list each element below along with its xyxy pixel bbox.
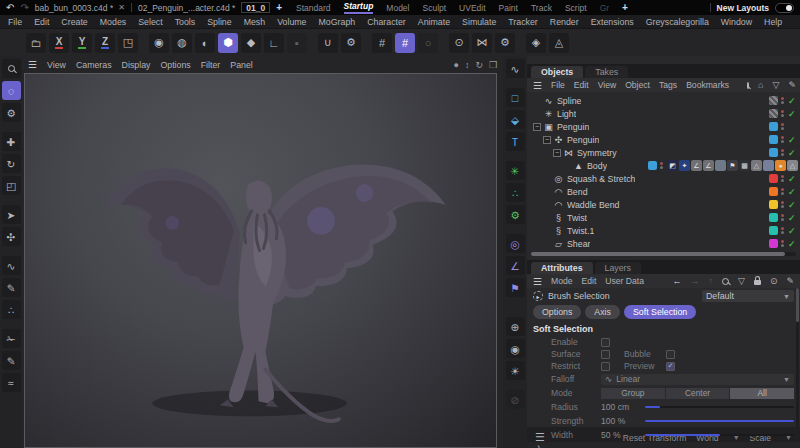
menu-volume[interactable]: Volume (277, 17, 306, 27)
surface-checkbox[interactable] (601, 350, 610, 359)
scale-tool[interactable]: ◰ (2, 176, 21, 195)
menu-spline[interactable]: Spline (207, 17, 231, 27)
layer-color-box[interactable] (769, 200, 778, 209)
table-row[interactable]: ◎Squash & Stretch✓ (529, 172, 800, 185)
enabled-check-icon[interactable]: ✓ (788, 109, 800, 119)
menu-mesh[interactable]: Mesh (244, 17, 266, 27)
enable-dots[interactable] (781, 240, 784, 247)
sculpt-pen-tool[interactable]: ✎ (2, 351, 21, 370)
layout-tab-paint[interactable]: Paint (499, 3, 518, 13)
menu-mograph[interactable]: MoGraph (319, 17, 356, 27)
vp-pan-icon[interactable]: ↕ (465, 60, 470, 70)
capsule-c-button[interactable]: ◈ (526, 33, 546, 53)
width-slider[interactable] (645, 434, 794, 436)
edge-mode-button[interactable]: ◍ (172, 33, 192, 53)
axis-z-button[interactable]: Z (95, 33, 115, 53)
object-tag-icon[interactable]: ⚑ (727, 160, 738, 171)
objects-menu-icon[interactable]: ☰ (533, 80, 542, 91)
frame-field[interactable]: 01_0 (241, 2, 270, 13)
layout-tab-track[interactable]: Track (531, 3, 552, 13)
expand-icon[interactable]: − (553, 149, 561, 157)
enable-dots[interactable] (781, 136, 784, 143)
vp-orbit-icon[interactable]: ↻ (475, 60, 483, 70)
knife-tool[interactable]: ✁ (2, 329, 21, 348)
menu-extensions[interactable]: Extensions (591, 17, 634, 27)
mode-all-button[interactable]: All (730, 388, 794, 399)
layer-color-box[interactable] (769, 239, 778, 248)
layer-color-box[interactable] (769, 109, 778, 118)
axis-y-button[interactable]: Y (72, 33, 92, 53)
document-tab-1[interactable]: bab_bun_0003.c4d * ✕ (35, 3, 125, 13)
close-icon[interactable]: ✕ (118, 3, 125, 12)
gui-layout-icon[interactable]: 🗀 (26, 33, 46, 53)
rotate-tool[interactable]: ↻ (2, 154, 21, 173)
move-tool[interactable]: ✚ (2, 132, 21, 151)
layout-tab-standard[interactable]: Standard (296, 3, 331, 13)
up-arrow-icon[interactable]: ↑ (708, 276, 713, 286)
enable-dots[interactable] (781, 227, 784, 234)
menu-modes[interactable]: Modes (100, 17, 126, 27)
sky-environment-button[interactable]: ⊕ (506, 317, 525, 336)
enable-dots[interactable] (660, 162, 663, 169)
plane-primitive-button[interactable]: □ (506, 88, 525, 107)
enabled-check-icon[interactable]: ✓ (788, 200, 800, 210)
polygon-pen-button[interactable]: ◐ (195, 33, 215, 53)
enabled-check-icon[interactable]: ✓ (788, 187, 800, 197)
object-tag-icon[interactable]: ● (775, 160, 786, 171)
layer-color-box[interactable] (769, 135, 778, 144)
restrict-checkbox[interactable] (601, 362, 610, 371)
deformer-bend-button[interactable]: ◎ (506, 234, 525, 253)
tab-options[interactable]: Options (533, 305, 581, 319)
table-row[interactable]: −⋈Symmetry✓ (529, 146, 800, 159)
viewport-zoom-icon[interactable] (2, 59, 21, 78)
expand-icon[interactable]: − (543, 136, 551, 144)
enabled-check-icon[interactable]: ✓ (788, 148, 800, 158)
poly-brush-button[interactable]: ◆ (241, 33, 261, 53)
object-tag-icon[interactable]: △ (787, 160, 798, 171)
viewport-menu-cameras[interactable]: Cameras (76, 60, 112, 70)
camera-button[interactable]: ◉ (506, 339, 525, 358)
menu-help[interactable]: Help (764, 17, 782, 27)
menu-tracker[interactable]: Tracker (508, 17, 538, 27)
layout-tab-model[interactable]: Model (386, 3, 409, 13)
compose-icon[interactable]: ✎ (788, 80, 796, 90)
object-tag-icon[interactable]: ◩ (667, 160, 678, 171)
enable-dots[interactable] (781, 123, 784, 130)
material-button[interactable]: ⊘ (506, 390, 525, 409)
enable-checkbox[interactable] (601, 338, 610, 347)
vp-camera-dot-icon[interactable]: ● (453, 60, 458, 70)
grid-button[interactable]: # (372, 33, 392, 53)
add-document-button[interactable]: + (276, 2, 282, 13)
objects-menu-bookmarks[interactable]: Bookmarks (686, 80, 729, 90)
polygon-mode-button[interactable]: ⬢ (218, 33, 238, 53)
layer-color-box[interactable] (769, 122, 778, 131)
object-tag-icon[interactable]: ∠ (703, 160, 714, 171)
layout-tab-gr[interactable]: Gr (600, 3, 609, 13)
attributes-menu-mode[interactable]: Mode (551, 276, 573, 286)
enable-dots[interactable] (781, 175, 784, 182)
compose-icon[interactable]: ✎ (786, 276, 794, 286)
brush-selection-tool[interactable]: ◌ (2, 81, 21, 100)
mograph-cloner-button[interactable]: ✳ (506, 161, 525, 180)
lock-icon[interactable] (754, 280, 761, 285)
menu-select[interactable]: Select (138, 17, 162, 27)
table-row[interactable]: §Twist✓ (529, 211, 800, 224)
table-row[interactable]: ▲Body◩✦∠∠⚑▩△●△ (529, 159, 800, 172)
object-tree-hscrollbar[interactable] (531, 252, 796, 256)
objects-menu-file[interactable]: File (551, 80, 565, 90)
snap-magnet-button[interactable]: ∪ (318, 33, 338, 53)
falloff-dropdown[interactable]: ∿ Linear ▼ (601, 374, 794, 385)
bubble-checkbox[interactable] (666, 350, 675, 359)
viewport-canvas[interactable] (24, 73, 497, 448)
redo-icon[interactable]: ↷ (20, 2, 28, 13)
mograph-effector-button[interactable]: ⚙ (506, 205, 525, 224)
deformer-axis-button[interactable]: ∠ (506, 256, 525, 275)
undo-icon[interactable]: ↶ (6, 2, 14, 13)
text-primitive-button[interactable]: T (506, 132, 525, 151)
menu-file[interactable]: File (8, 17, 22, 27)
new-layouts-label[interactable]: New Layouts (717, 3, 769, 13)
expand-more-button[interactable]: › (527, 442, 800, 448)
layout-toggle[interactable] (775, 3, 794, 13)
table-row[interactable]: ✳Light✓ (529, 107, 800, 120)
radius-slider[interactable] (645, 406, 794, 408)
